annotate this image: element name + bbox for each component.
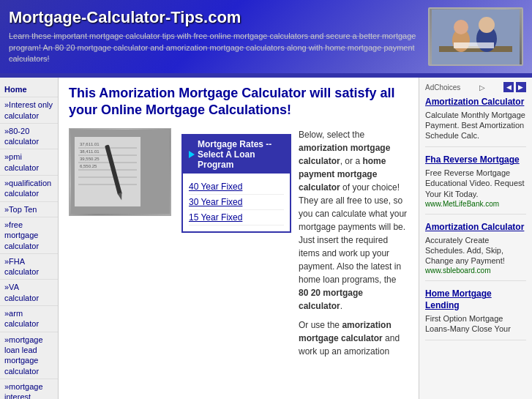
sidebar-item-fha[interactable]: »FHA calculator xyxy=(0,254,58,280)
svg-text:39,550.25: 39,550.25 xyxy=(80,157,100,161)
loan-link-15[interactable]: 15 Year Fixed xyxy=(189,212,242,223)
loan-link-30[interactable]: 30 Year Fixed xyxy=(189,197,242,207)
arrow-icon xyxy=(189,151,195,158)
site-subtitle: Learn these important mortgage calculato… xyxy=(9,31,428,64)
calculator-image: 37,611.01 38,411.01 39,550.25 6,550.25 xyxy=(69,128,171,216)
svg-text:6,550.25: 6,550.25 xyxy=(80,164,97,168)
sidebar-item-va[interactable]: »VA calculator xyxy=(0,280,58,306)
sidebar-item-80-20[interactable]: »80-20 calculator xyxy=(0,124,58,150)
ad-url-3: www.sbleboard.com xyxy=(425,266,490,275)
body-p1-pre: Below, select the xyxy=(299,130,364,140)
ad-header: AdChoices ▷ ◀ ▶ xyxy=(425,82,526,92)
ad-link-2[interactable]: Fha Reverse Mortgage xyxy=(425,154,526,166)
ad-choices-label: AdChoices xyxy=(425,83,460,92)
ad-choices-icon: ▷ xyxy=(479,83,485,92)
sidebar-item-qualification[interactable]: »qualification calculator xyxy=(0,176,58,202)
right-sidebar-ads: AdChoices ▷ ◀ ▶ Amortization Calculator … xyxy=(419,78,532,399)
svg-point-5 xyxy=(479,17,495,33)
svg-text:37,611.01: 37,611.01 xyxy=(80,142,100,146)
header-image xyxy=(428,7,523,66)
ad-desc-1: Calculate Monthly Mortgage Payment. Best… xyxy=(425,110,526,141)
content-area: 37,611.01 38,411.01 39,550.25 6,550.25 M… xyxy=(69,128,408,364)
sidebar-item-top-ten[interactable]: »Top Ten xyxy=(0,202,58,217)
sidebar-item-free-mortgage[interactable]: »free mortgage calculator xyxy=(0,217,58,254)
ad-desc-3: Accurately Create Schedules. Add, Skip, … xyxy=(425,235,526,266)
sidebar-item-mortgage-interest[interactable]: »mortgage interest calculator xyxy=(0,379,58,399)
sidebar-item-interest-only[interactable]: »Interest only calculator xyxy=(0,97,58,124)
ad-link-1[interactable]: Amortization Calculator xyxy=(425,97,526,108)
ad-item-4: Home Mortgage Lending First Option Mortg… xyxy=(425,288,526,340)
main-heading: This Amorization Mortgage Calculator wil… xyxy=(69,85,408,119)
body-p1-mid: , or a xyxy=(340,156,363,166)
body-p1-end: . xyxy=(340,301,342,311)
main-content: This Amorization Mortgage Calculator wil… xyxy=(59,78,419,399)
loan-link-40[interactable]: 40 Year Fixed xyxy=(189,182,242,192)
svg-rect-6 xyxy=(454,42,494,48)
sidebar-item-mortgage-lead[interactable]: »mortgage loan lead mortgage calculator xyxy=(0,332,58,379)
svg-text:38,411.01: 38,411.01 xyxy=(80,149,100,154)
sidebar-item-pmi[interactable]: »pmi calculator xyxy=(0,149,58,176)
sidebar-item-arm[interactable]: »arm calculator xyxy=(0,306,58,332)
body-p1-bold3: 80 20 mortgage calculator xyxy=(299,288,363,311)
ad-next-button[interactable]: ▶ xyxy=(516,82,526,92)
mortgage-box-header: Mortgage Rates -- Select A Loan Program xyxy=(183,135,290,174)
loan-item-40: 40 Year Fixed xyxy=(189,179,284,195)
svg-point-3 xyxy=(454,20,468,34)
body-text: Below, select the amorization mortgage c… xyxy=(299,128,408,364)
mortgage-rates-box: Mortgage Rates -- Select A Loan Program … xyxy=(181,134,291,233)
loan-item-15: 15 Year Fixed xyxy=(189,210,284,225)
body-p2-pre: Or use the xyxy=(299,320,342,330)
body-p1-post: of your choice! They are all free to use… xyxy=(299,182,407,285)
page-layout: Home »Interest only calculator »80-20 ca… xyxy=(0,78,532,399)
mortgage-box-body: 40 Year Fixed 30 Year Fixed 15 Year Fixe… xyxy=(183,174,290,231)
ad-desc-4: First Option Mortgage Loans-Many Close Y… xyxy=(425,313,526,335)
ad-desc-2: Free Reverse Mortgage Educational Video.… xyxy=(425,168,526,199)
ad-url-2: www.MetLifeBank.com xyxy=(425,200,499,208)
ad-nav-buttons: ◀ ▶ xyxy=(503,82,526,92)
ad-link-4[interactable]: Home Mortgage Lending xyxy=(425,288,526,311)
page-header: Mortgage-Calculator-Tips.com Learn these… xyxy=(0,0,532,73)
left-sidebar: Home »Interest only calculator »80-20 ca… xyxy=(0,78,59,399)
body-paragraph-1: Below, select the amorization mortgage c… xyxy=(299,128,408,313)
ad-item-2: Fha Reverse Mortgage Free Reverse Mortga… xyxy=(425,154,526,214)
ad-link-3[interactable]: Amortization Calculator xyxy=(425,222,526,234)
header-text-block: Mortgage-Calculator-Tips.com Learn these… xyxy=(9,8,428,64)
ad-item-3: Amortization Calculator Accurately Creat… xyxy=(425,222,526,281)
body-paragraph-2: Or use the amorization mortgage calculat… xyxy=(299,318,408,358)
svg-rect-0 xyxy=(432,10,520,64)
mortgage-box-title: Mortgage Rates -- Select A Loan Program xyxy=(198,139,284,170)
site-title: Mortgage-Calculator-Tips.com xyxy=(9,8,428,27)
ad-item-1: Amortization Calculator Calculate Monthl… xyxy=(425,97,526,147)
sidebar-item-home[interactable]: Home xyxy=(0,82,58,97)
ad-prev-button[interactable]: ◀ xyxy=(503,82,514,92)
loan-item-30: 30 Year Fixed xyxy=(189,195,284,210)
